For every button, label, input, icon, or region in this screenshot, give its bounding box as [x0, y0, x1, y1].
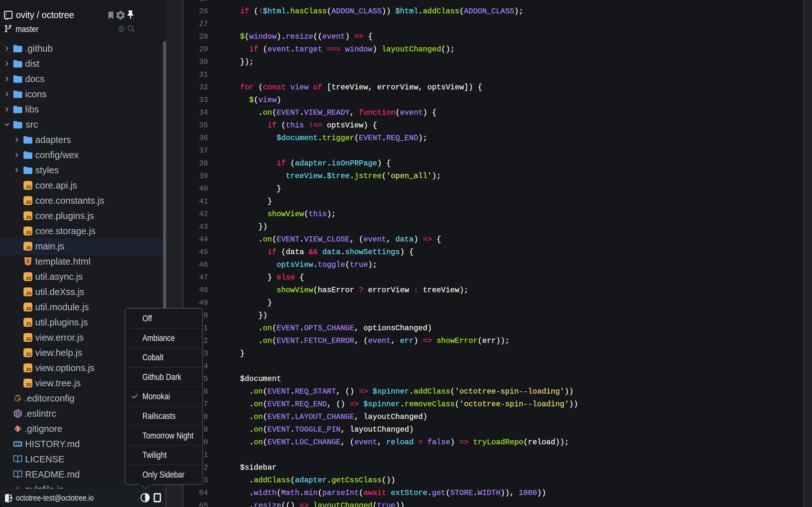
- svg-text:5: 5: [27, 259, 30, 264]
